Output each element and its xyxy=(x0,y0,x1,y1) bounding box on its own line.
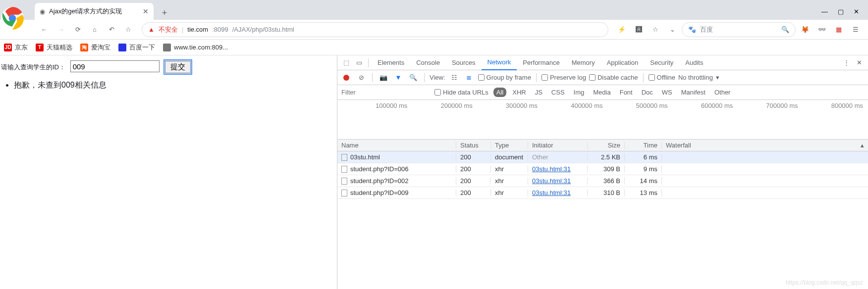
url-path: /AJAX/php/03stu.html xyxy=(232,26,294,33)
submit-button[interactable]: 提交 xyxy=(165,61,191,73)
search-icon[interactable]: 🔍 xyxy=(781,26,789,33)
hide-data-urls-checkbox[interactable]: Hide data URLs xyxy=(434,89,488,96)
filter-type-media[interactable]: Media xyxy=(590,88,613,97)
bookmark-star-icon[interactable]: ☆ xyxy=(121,22,136,37)
maximize-button[interactable]: ▢ xyxy=(838,8,844,15)
filter-type-all[interactable]: All xyxy=(493,88,506,97)
throttling-select[interactable]: No throttling xyxy=(678,74,713,81)
offline-checkbox[interactable]: Offline xyxy=(649,74,675,81)
record-button[interactable] xyxy=(340,72,352,84)
bookmark-label: 京东 xyxy=(15,43,28,52)
translate-icon[interactable]: 🅰 xyxy=(631,22,646,37)
devtools-close-icon[interactable]: ✕ xyxy=(853,57,865,69)
devtools-tab-security[interactable]: Security xyxy=(644,55,679,70)
table-row[interactable]: student.php?ID=006200xhr03stu.html:31309… xyxy=(337,163,868,175)
result-message: 抱歉，未查到009相关信息 xyxy=(14,80,337,91)
bookmark-item[interactable]: T天猫精选 xyxy=(36,43,72,52)
id-input-label: 请输入查询学生的ID： xyxy=(1,63,65,71)
devtools-tab-elements[interactable]: Elements xyxy=(372,55,410,70)
initiator-link[interactable]: 03stu.html:31 xyxy=(532,165,571,173)
url-input[interactable]: ▲ 不安全 | tie.com:8099/AJAX/php/03stu.html xyxy=(142,22,608,37)
time-cell: 13 ms xyxy=(625,189,662,196)
devtools-tab-application[interactable]: Application xyxy=(601,55,645,70)
devtools-tab-audits[interactable]: Audits xyxy=(679,55,709,70)
close-window-button[interactable]: ✕ xyxy=(854,8,859,15)
size-cell: 366 B xyxy=(588,177,625,185)
bookmark-item[interactable]: 淘爱淘宝 xyxy=(80,43,110,52)
tab-close-icon[interactable]: ✕ xyxy=(143,7,149,15)
preserve-log-checkbox[interactable]: Preserve log xyxy=(542,74,586,81)
col-initiator[interactable]: Initiator xyxy=(528,142,588,149)
ext-icon-2[interactable]: 👓 xyxy=(814,26,829,33)
filter-toggle-icon[interactable]: ▼ xyxy=(392,72,404,84)
filter-type-doc[interactable]: Doc xyxy=(639,88,656,97)
ext-icon-3[interactable]: ▦ xyxy=(831,26,846,33)
home-button[interactable]: ⌂ xyxy=(87,22,102,37)
col-waterfall[interactable]: Waterfall▴ xyxy=(662,142,868,149)
network-timeline[interactable]: 100000 ms200000 ms300000 ms400000 ms5000… xyxy=(337,100,868,140)
search-icon[interactable]: 🔍 xyxy=(407,72,419,84)
menu-icon[interactable]: ☰ xyxy=(848,26,863,33)
bookmark-item[interactable]: JD京东 xyxy=(4,43,28,52)
filter-type-js[interactable]: JS xyxy=(532,88,545,97)
search-engine-box[interactable]: 🐾 百度 🔍 xyxy=(682,22,796,37)
inspect-icon[interactable]: ⬚ xyxy=(340,57,352,69)
new-tab-button[interactable]: + xyxy=(158,6,171,20)
flash-icon[interactable]: ⚡ xyxy=(614,22,629,37)
col-type[interactable]: Type xyxy=(491,142,528,149)
group-by-frame-checkbox[interactable]: Group by frame xyxy=(478,74,531,81)
view-frame-icon[interactable]: ≣ xyxy=(463,72,475,84)
col-status[interactable]: Status xyxy=(456,142,491,149)
throttle-chevron-icon[interactable]: ▾ xyxy=(716,74,719,81)
clear-button[interactable]: ⊘ xyxy=(355,72,367,84)
table-row[interactable]: 03stu.html200documentOther2.5 KB6 ms xyxy=(337,151,868,163)
devtools-more-icon[interactable]: ⋮ xyxy=(840,57,852,69)
col-name[interactable]: Name xyxy=(337,142,456,149)
devtools-tab-network[interactable]: Network xyxy=(482,55,517,70)
table-row[interactable]: student.php?ID=002200xhr03stu.html:31366… xyxy=(337,175,868,187)
disable-cache-checkbox[interactable]: Disable cache xyxy=(589,74,638,81)
view-list-icon[interactable]: ☷ xyxy=(448,72,460,84)
filter-type-ws[interactable]: WS xyxy=(659,88,675,97)
camera-icon[interactable]: 📷 xyxy=(378,72,389,84)
file-icon xyxy=(341,178,347,185)
initiator-link[interactable]: 03stu.html:31 xyxy=(532,177,571,185)
col-time[interactable]: Time xyxy=(625,142,662,149)
devtools-tab-console[interactable]: Console xyxy=(410,55,446,70)
timeline-tick: 100000 ms xyxy=(342,102,407,109)
filter-input[interactable] xyxy=(340,88,430,97)
forward-button[interactable]: → xyxy=(54,22,68,37)
table-row[interactable]: student.php?ID=009200xhr03stu.html:31310… xyxy=(337,187,868,199)
browser-tab[interactable]: ◉ Ajax的get请求方式的实现 ✕ xyxy=(35,3,154,20)
filter-type-manifest[interactable]: Manifest xyxy=(678,88,708,97)
student-id-input[interactable] xyxy=(70,60,160,72)
filter-type-css[interactable]: CSS xyxy=(548,88,568,97)
timeline-tick: 300000 ms xyxy=(473,102,538,109)
filter-type-font[interactable]: Font xyxy=(617,88,636,97)
undo-nav-button[interactable]: ↶ xyxy=(104,22,119,37)
filter-type-other[interactable]: Other xyxy=(711,88,734,97)
devtools-tab-performance[interactable]: Performance xyxy=(517,55,565,70)
col-size[interactable]: Size xyxy=(588,142,625,149)
ext-icon-1[interactable]: 🦊 xyxy=(798,26,813,33)
type-cell: xhr xyxy=(491,189,528,196)
reload-button[interactable]: ⟳ xyxy=(70,22,85,37)
chevron-down-icon[interactable]: ⌄ xyxy=(665,22,680,37)
bookmark-item[interactable]: 百度一下 xyxy=(118,43,155,52)
filter-type-img[interactable]: Img xyxy=(571,88,588,97)
back-button[interactable]: ← xyxy=(37,22,52,37)
minimize-button[interactable]: — xyxy=(821,8,828,15)
device-toggle-icon[interactable]: ▭ xyxy=(353,57,365,69)
devtools-tab-memory[interactable]: Memory xyxy=(566,55,601,70)
initiator-link[interactable]: 03stu.html:31 xyxy=(532,189,571,196)
url-port: :8099 xyxy=(212,26,228,33)
bookmark-icon: 淘 xyxy=(80,44,88,51)
time-cell: 14 ms xyxy=(625,177,662,185)
bookmark-item[interactable]: www.tie.com:809... xyxy=(163,44,228,51)
initiator-text: Other xyxy=(532,153,548,161)
window-controls: — ▢ ✕ xyxy=(813,3,868,20)
search-placeholder: 百度 xyxy=(700,25,713,34)
filter-type-xhr[interactable]: XHR xyxy=(509,88,529,97)
devtools-tab-sources[interactable]: Sources xyxy=(446,55,482,70)
star-icon[interactable]: ☆ xyxy=(648,22,663,37)
